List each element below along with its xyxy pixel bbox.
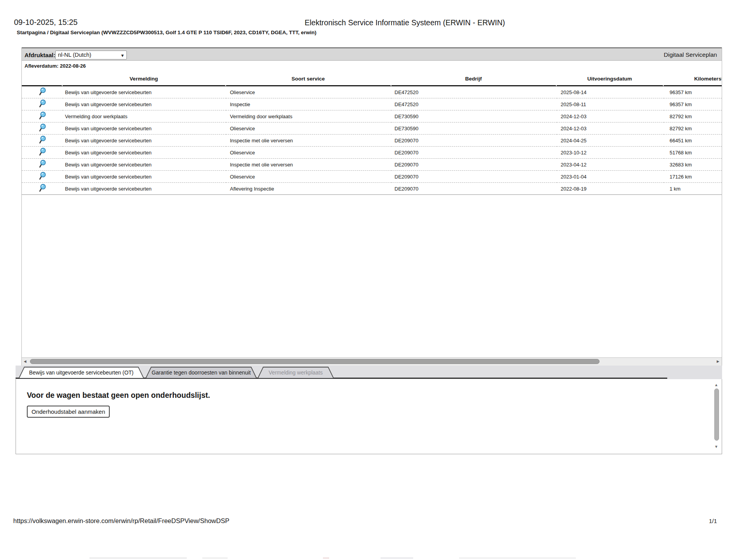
tab-label: Garantie tegen doorroesten van binnenuit	[146, 368, 256, 378]
scroll-left-arrow-icon[interactable]: ◄	[23, 359, 27, 364]
cell-bedrijf: DE730590	[391, 110, 557, 122]
service-table-viewport: Vermelding Soort service Bedrijf Uitvoer…	[22, 72, 722, 195]
delivery-date-label: Afleverdatum: 2022-08-26	[25, 63, 86, 69]
magnifier-icon[interactable]	[39, 147, 46, 156]
print-language-label: Afdruktaal:	[25, 52, 55, 58]
table-row: Bewijs van uitgevoerde servicebeurten Ol…	[22, 86, 722, 98]
cell-uitvoeringsdatum: 2024-12-03	[557, 110, 664, 122]
magnifier-icon[interactable]	[39, 135, 46, 144]
cell-uitvoeringsdatum: 2022-08-19	[557, 183, 664, 195]
vertical-scrollbar[interactable]: ▲ ▼	[714, 383, 720, 449]
maintenance-panel: Voor de wagen bestaat geen open onderhou…	[16, 379, 722, 454]
tab-label: Vermelding werkplaats	[258, 368, 333, 378]
cell-vermelding: Bewijs van uitgevoerde servicebeurten	[63, 171, 226, 183]
cell-bedrijf: DE209070	[391, 183, 557, 195]
cell-soort-service: Vermelding door werkplaats	[226, 110, 391, 122]
cell-soort-service: Inspectie met olie verversen	[226, 159, 391, 171]
cell-bedrijf: DE472520	[391, 86, 557, 98]
row-detail-cell	[22, 86, 63, 98]
column-header-uitvoeringsdatum: Uitvoeringsdatum	[557, 72, 664, 86]
row-detail-cell	[22, 98, 63, 110]
page-title: Elektronisch Service Informatie Systeem …	[305, 18, 505, 27]
column-header-soort-service: Soort service	[226, 72, 391, 86]
row-detail-cell	[22, 122, 63, 135]
cell-uitvoeringsdatum: 2024-12-03	[557, 122, 664, 135]
no-open-maintenance-message: Voor de wagen bestaat geen open onderhou…	[27, 391, 722, 400]
cell-uitvoeringsdatum: 2025-08-11	[557, 98, 664, 110]
cell-vermelding: Bewijs van uitgevoerde servicebeurten	[63, 159, 226, 171]
tab-strip: Bewijs van uitgevoerde servicebeurten (O…	[16, 366, 722, 379]
row-detail-cell	[22, 171, 63, 183]
tab-bewijs-servicebeurten[interactable]: Bewijs van uitgevoerde servicebeurten (O…	[19, 367, 144, 378]
magnifier-icon[interactable]	[39, 87, 46, 96]
print-language-toolbar: Afdruktaal: nl-NL (Dutch) ▾ Digitaal Ser…	[22, 47, 722, 61]
row-detail-cell	[22, 110, 63, 122]
magnifier-icon[interactable]	[39, 159, 46, 168]
create-maintenance-table-button[interactable]: Onderhoudstabel aanmaken	[27, 406, 110, 418]
cell-soort-service: Olieservice	[226, 86, 391, 98]
scroll-up-arrow-icon[interactable]: ▲	[714, 383, 718, 387]
column-header-bedrijf: Bedrijf	[391, 72, 557, 86]
cell-bedrijf: DE730590	[391, 122, 557, 135]
vertical-scrollbar-thumb[interactable]	[714, 388, 719, 441]
tab-vermelding-werkplaats[interactable]: Vermelding werkplaats	[258, 367, 334, 378]
magnifier-icon[interactable]	[39, 172, 46, 180]
row-detail-cell	[22, 159, 63, 171]
row-detail-cell	[22, 183, 63, 195]
column-header-vermelding: Vermelding	[63, 72, 226, 86]
table-row: Bewijs van uitgevoerde servicebeurten Ol…	[22, 171, 722, 183]
cell-vermelding: Bewijs van uitgevoerde servicebeurten	[63, 147, 226, 159]
cell-soort-service: Inspectie	[226, 98, 391, 110]
cell-soort-service: Inspectie met olie verversen	[226, 135, 391, 147]
table-row: Bewijs van uitgevoerde servicebeurten In…	[22, 135, 722, 147]
cell-bedrijf: DE209070	[391, 171, 557, 183]
cell-bedrijf: DE209070	[391, 135, 557, 147]
magnifier-icon[interactable]	[39, 123, 46, 132]
cell-kilometerstand: 96357 km	[664, 98, 722, 110]
cell-kilometerstand: 82792 km	[664, 110, 722, 122]
cell-kilometerstand: 96357 km	[664, 86, 722, 98]
page-number: 1/1	[709, 518, 717, 524]
tab-label: Bewijs van uitgevoerde servicebeurten (O…	[19, 368, 143, 378]
cell-soort-service: Olieservice	[226, 171, 391, 183]
serviceplan-title: Digitaal Serviceplan	[664, 51, 717, 58]
cell-vermelding: Bewijs van uitgevoerde servicebeurten	[63, 98, 226, 110]
print-language-select[interactable]: nl-NL (Dutch) ▾	[55, 51, 127, 60]
cell-soort-service: Olieservice	[226, 122, 391, 135]
breadcrumb: Startpagina / Digitaal Serviceplan (WVWZ…	[17, 30, 316, 35]
row-detail-cell	[22, 147, 63, 159]
scroll-down-arrow-icon[interactable]: ▼	[714, 444, 718, 449]
chevron-down-icon: ▾	[121, 51, 124, 60]
scan-artifact-strip	[0, 556, 747, 559]
print-timestamp: 09-10-2025, 15:25	[14, 18, 77, 27]
service-history-table: Vermelding Soort service Bedrijf Uitvoer…	[22, 72, 722, 195]
cell-soort-service: Aflevering Inspectie	[226, 183, 391, 195]
magnifier-icon[interactable]	[39, 111, 46, 120]
table-row: Bewijs van uitgevoerde servicebeurten In…	[22, 159, 722, 171]
column-header-kilometerstand: Kilometerstand	[664, 72, 722, 86]
source-url: https://volkswagen.erwin-store.com/erwin…	[13, 517, 229, 525]
magnifier-icon[interactable]	[39, 99, 46, 108]
table-row: Bewijs van uitgevoerde servicebeurten Af…	[22, 183, 722, 195]
magnifier-icon[interactable]	[39, 184, 46, 192]
cell-kilometerstand: 66451 km	[664, 135, 722, 147]
table-row: Bewijs van uitgevoerde servicebeurten In…	[22, 98, 722, 110]
cell-bedrijf: DE209070	[391, 147, 557, 159]
horizontal-scrollbar[interactable]: ◄ ►	[22, 357, 722, 366]
cell-vermelding: Vermelding door werkplaats	[63, 110, 226, 122]
cell-vermelding: Bewijs van uitgevoerde servicebeurten	[63, 86, 226, 98]
cell-uitvoeringsdatum: 2023-10-12	[557, 147, 664, 159]
scroll-right-arrow-icon[interactable]: ►	[716, 359, 720, 364]
row-detail-cell	[22, 135, 63, 147]
cell-kilometerstand: 1 km	[664, 183, 722, 195]
horizontal-scrollbar-thumb[interactable]	[30, 359, 600, 364]
content-frame: Afdruktaal: nl-NL (Dutch) ▾ Digitaal Ser…	[21, 47, 722, 366]
table-row: Bewijs van uitgevoerde servicebeurten Ol…	[22, 147, 722, 159]
cell-bedrijf: DE472520	[391, 98, 557, 110]
cell-uitvoeringsdatum: 2024-04-25	[557, 135, 664, 147]
table-header-row: Vermelding Soort service Bedrijf Uitvoer…	[22, 72, 722, 86]
cell-vermelding: Bewijs van uitgevoerde servicebeurten	[63, 135, 226, 147]
cell-uitvoeringsdatum: 2025-08-14	[557, 86, 664, 98]
tab-garantie-doorroesten[interactable]: Garantie tegen doorroesten van binnenuit	[146, 367, 257, 378]
print-language-selected-value: nl-NL (Dutch)	[58, 52, 91, 58]
